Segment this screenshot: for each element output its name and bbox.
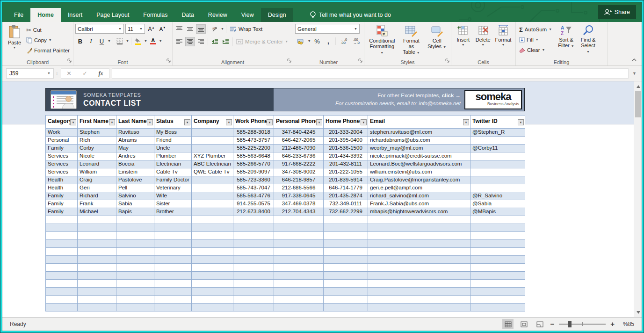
cell[interactable]: [46, 216, 78, 224]
cell[interactable]: [46, 248, 78, 256]
cell[interactable]: [368, 296, 470, 304]
clipboard-dialog-launcher[interactable]: [67, 56, 72, 65]
zoom-out-button[interactable]: −: [550, 321, 554, 327]
cell[interactable]: [116, 240, 154, 248]
cell[interactable]: [192, 137, 233, 145]
cell[interactable]: [274, 256, 324, 264]
cell[interactable]: 212-686-5566: [274, 184, 324, 192]
cell[interactable]: [368, 288, 470, 296]
cell-styles-button[interactable]: CellStyles ▼: [425, 24, 449, 58]
decrease-decimal-button[interactable]: .00→.0: [351, 36, 362, 46]
cell[interactable]: Friend: [154, 137, 192, 145]
cell[interactable]: [233, 232, 274, 240]
cell[interactable]: 201-333-2004: [324, 129, 368, 137]
cell[interactable]: Personal: [46, 137, 78, 145]
cell[interactable]: Family Doctor: [154, 176, 192, 184]
cell[interactable]: @Corby11: [470, 145, 525, 152]
header-cell-status[interactable]: Status▼: [154, 116, 192, 129]
cell[interactable]: Pell: [116, 184, 154, 192]
cell[interactable]: [274, 296, 324, 304]
cell[interactable]: [192, 296, 233, 304]
cell[interactable]: [192, 304, 233, 311]
italic-button[interactable]: I: [86, 36, 96, 46]
cell[interactable]: [368, 248, 470, 256]
accounting-dropdown-icon[interactable]: ▼: [308, 40, 311, 43]
cell[interactable]: 917-338-0645: [274, 192, 324, 200]
scroll-up-button[interactable]: [634, 82, 642, 90]
decrease-font-button[interactable]: A▼: [158, 24, 167, 34]
cell[interactable]: Richard: [78, 192, 116, 200]
cell[interactable]: [46, 224, 78, 232]
cell[interactable]: [368, 224, 470, 232]
tab-design[interactable]: Design: [261, 8, 293, 22]
cell[interactable]: 201-222-1055: [324, 168, 368, 176]
cell[interactable]: [192, 224, 233, 232]
scroll-down-button[interactable]: [634, 308, 642, 316]
increase-indent-icon[interactable]: [221, 37, 231, 46]
cell[interactable]: Pastolove: [116, 176, 154, 184]
cell[interactable]: [154, 280, 192, 288]
cell[interactable]: Nicole: [78, 152, 116, 160]
tab-formulas[interactable]: Formulas: [136, 8, 174, 22]
cell[interactable]: @R_Salvino: [470, 192, 525, 200]
font-name-select[interactable]: Calibri▼: [75, 24, 124, 34]
cell[interactable]: Sabia: [116, 200, 154, 208]
cell[interactable]: 201-432-8111: [324, 160, 368, 168]
cell[interactable]: [78, 296, 116, 304]
cell[interactable]: [233, 280, 274, 288]
underline-button[interactable]: U: [97, 36, 107, 46]
cell[interactable]: 585-563-6648: [233, 152, 274, 160]
format-painter-button[interactable]: Format Painter: [25, 45, 71, 56]
cell[interactable]: 201-395-0400: [324, 137, 368, 145]
cell[interactable]: 585-209-9097: [233, 168, 274, 176]
cell[interactable]: [470, 296, 525, 304]
tab-file[interactable]: File: [7, 8, 30, 22]
cell[interactable]: richard_salvino@ml.com: [368, 192, 470, 200]
cell[interactable]: [46, 304, 78, 311]
cell[interactable]: Uncle: [154, 145, 192, 152]
cell[interactable]: [192, 240, 233, 248]
cell[interactable]: [78, 240, 116, 248]
cell[interactable]: [192, 129, 233, 137]
filter-dropdown-button[interactable]: ▼: [316, 119, 322, 125]
cell[interactable]: [78, 264, 116, 272]
delete-button[interactable]: Delete ▼: [473, 24, 493, 58]
cell[interactable]: [470, 224, 525, 232]
cell[interactable]: [470, 216, 525, 224]
cell[interactable]: Einstein: [116, 168, 154, 176]
cell[interactable]: Corby: [78, 145, 116, 152]
cell[interactable]: [154, 240, 192, 248]
promo-click-link[interactable]: click: [442, 93, 454, 98]
header-cell-personal-phone[interactable]: Personal Phone▼: [274, 116, 324, 129]
cell[interactable]: May: [116, 145, 154, 152]
filter-dropdown-button[interactable]: ▼: [463, 119, 469, 125]
font-dialog-launcher[interactable]: [166, 56, 171, 65]
cell[interactable]: [46, 264, 78, 272]
cell[interactable]: 585-288-3018: [233, 129, 274, 137]
cell[interactable]: [470, 256, 525, 264]
enter-icon[interactable]: ✓: [77, 70, 93, 77]
header-cell-work-phone[interactable]: Work Phone▼: [233, 116, 274, 129]
worksheet[interactable]: SOMEKA TEMPLATES CONTACT LIST For other …: [2, 81, 642, 317]
fill-color-dropdown-icon[interactable]: ▼: [144, 40, 147, 43]
autosum-button[interactable]: ΣAutoSum▼: [518, 24, 553, 35]
promo-line-1[interactable]: For other Excel templates, click →: [335, 92, 461, 100]
tab-home[interactable]: Home: [30, 8, 61, 22]
cell[interactable]: [116, 288, 154, 296]
cell[interactable]: [368, 272, 470, 280]
cell[interactable]: [46, 232, 78, 240]
cancel-icon[interactable]: ✕: [61, 70, 77, 77]
cell[interactable]: [46, 280, 78, 288]
cell[interactable]: Leonard.Boc@wellsfargoadvisors.com: [368, 160, 470, 168]
cell[interactable]: [324, 216, 368, 224]
number-dialog-launcher[interactable]: [358, 56, 362, 65]
zoom-slider-thumb[interactable]: [568, 321, 572, 327]
cell[interactable]: Health: [46, 176, 78, 184]
cell[interactable]: 585-473-3757: [233, 137, 274, 145]
normal-view-button[interactable]: [502, 319, 514, 329]
cell[interactable]: [470, 280, 525, 288]
cell[interactable]: [116, 272, 154, 280]
cell[interactable]: [116, 256, 154, 264]
align-middle-icon[interactable]: [185, 24, 195, 34]
cell[interactable]: 646-427-2065: [274, 137, 324, 145]
